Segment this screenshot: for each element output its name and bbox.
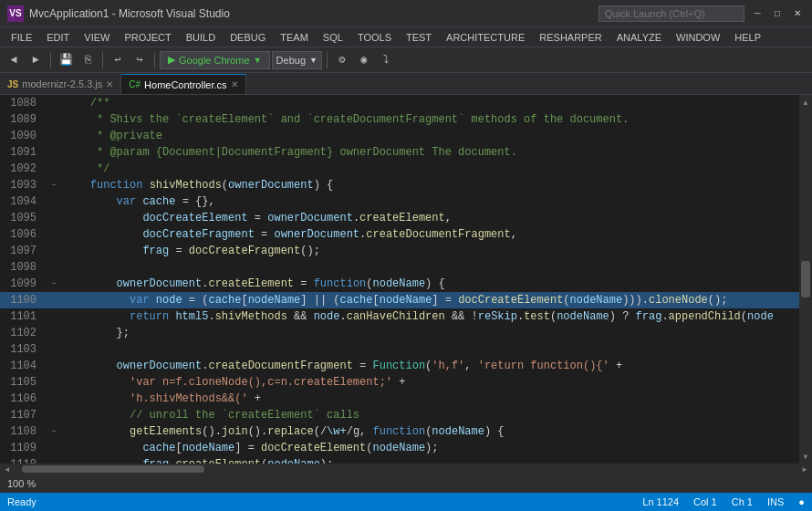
code-line-1104: 1104 ownerDocument.createDocumentFragmen… bbox=[0, 358, 799, 374]
code-content: docCreateElement = ownerDocument.createE… bbox=[60, 210, 799, 226]
line-number: 1101 bbox=[0, 310, 47, 323]
code-line-1096: 1096 docCreateFragment = ownerDocument.c… bbox=[0, 226, 799, 243]
line-number: 1102 bbox=[0, 327, 47, 339]
menu-architecture[interactable]: ARCHITECTURE bbox=[439, 27, 532, 47]
run-button[interactable]: ▶ Google Chrome ▼ bbox=[160, 51, 270, 69]
code-area[interactable]: 1088 /**1089 * Shivs the `createElement`… bbox=[0, 95, 799, 464]
line-number: 1091 bbox=[0, 146, 47, 159]
collapse-button[interactable]: − bbox=[47, 427, 60, 436]
save-all-button[interactable]: ⎘ bbox=[78, 50, 98, 70]
code-line-1098: 1098 bbox=[0, 259, 799, 276]
line-number: 1103 bbox=[0, 343, 47, 356]
code-content: // unroll the `createElement` calls bbox=[60, 407, 799, 423]
close-button[interactable]: ✕ bbox=[790, 6, 805, 21]
line-number: 1090 bbox=[0, 130, 47, 142]
collapse-button[interactable]: − bbox=[47, 279, 60, 288]
menu-bar: FILE EDIT VIEW PROJECT BUILD DEBUG TEAM … bbox=[0, 27, 812, 47]
search-area[interactable]: ─ □ ✕ bbox=[599, 5, 805, 22]
menu-edit[interactable]: EDIT bbox=[39, 27, 77, 47]
menu-resharper[interactable]: RESHARPER bbox=[532, 27, 609, 47]
h-scroll-thumb[interactable] bbox=[22, 465, 204, 473]
code-line-1094: 1094 var cache = {}, bbox=[0, 193, 799, 210]
status-col: Col 1 bbox=[693, 496, 717, 507]
tab-modernizr-label: modernizr-2.5.3.js bbox=[22, 78, 102, 89]
toolbar: ◄ ► 💾 ⎘ ↩ ↪ ▶ Google Chrome ▼ Debug ▼ ⚙ … bbox=[0, 47, 812, 73]
code-content: }; bbox=[60, 325, 799, 341]
collapse-button[interactable]: − bbox=[47, 181, 60, 190]
menu-sql[interactable]: SQL bbox=[316, 27, 350, 47]
menu-project[interactable]: PROJECT bbox=[117, 27, 178, 47]
code-line-1089: 1089 * Shivs the `createElement` and `cr… bbox=[0, 111, 799, 128]
status-ready: Ready bbox=[7, 496, 36, 507]
code-content: * Shivs the `createElement` and `createD… bbox=[60, 111, 799, 128]
code-line-1108: 1108− getElements().join().replace(/\w+/… bbox=[0, 423, 799, 440]
menu-file[interactable]: FILE bbox=[4, 27, 39, 47]
horizontal-scrollbar[interactable]: ◄ ► bbox=[0, 464, 812, 474]
scroll-right-button[interactable]: ► bbox=[799, 464, 810, 474]
tabs-bar: JS modernizr-2.5.3.js ✕ C# HomeControlle… bbox=[0, 73, 812, 95]
line-number: 1093 bbox=[0, 179, 47, 192]
line-number: 1108 bbox=[0, 425, 47, 438]
scroll-rail[interactable]: ▲ ▼ bbox=[799, 95, 812, 464]
toolbar-sep-1 bbox=[50, 52, 51, 68]
menu-debug[interactable]: DEBUG bbox=[223, 27, 273, 47]
code-content: getElements().join().replace(/\w+/g, fun… bbox=[60, 423, 799, 440]
breakpoint-button[interactable]: ◉ bbox=[354, 50, 374, 70]
code-line-1110: 1110 frag.createElement(nodeName); bbox=[0, 456, 799, 464]
toolbar-sep-4 bbox=[327, 52, 328, 68]
undo-button[interactable]: ↩ bbox=[108, 50, 128, 70]
zoom-level: 100 % bbox=[7, 478, 36, 489]
code-content: * @private bbox=[60, 128, 799, 144]
save-button[interactable]: 💾 bbox=[56, 50, 76, 70]
status-bar: Ready Ln 1124 Col 1 Ch 1 INS ● bbox=[0, 493, 812, 511]
line-number: 1097 bbox=[0, 245, 47, 257]
run-label: Google Chrome bbox=[179, 55, 250, 66]
maximize-button[interactable]: □ bbox=[770, 6, 785, 21]
status-dot-icon: ● bbox=[798, 496, 805, 507]
menu-build[interactable]: BUILD bbox=[179, 27, 223, 47]
back-button[interactable]: ◄ bbox=[4, 50, 24, 70]
tab-homecontroller-label: HomeController.cs bbox=[144, 79, 226, 90]
tab-homecontroller-close[interactable]: ✕ bbox=[231, 79, 238, 89]
debug-mode-dropdown[interactable]: Debug ▼ bbox=[272, 51, 322, 69]
cs-file-icon: C# bbox=[129, 79, 141, 89]
line-number: 1095 bbox=[0, 212, 47, 224]
code-content: ownerDocument.createDocumentFragment = F… bbox=[60, 358, 799, 374]
title-bar: VS MvcApplication1 - Microsoft Visual St… bbox=[0, 0, 812, 27]
menu-test[interactable]: TEST bbox=[399, 27, 439, 47]
code-content: frag.createElement(nodeName); bbox=[60, 456, 799, 464]
toolbar-sep-3 bbox=[154, 52, 155, 68]
code-line-1106: 1106 'h.shivMethods&&(' + bbox=[0, 391, 799, 407]
status-right: Ln 1124 Col 1 Ch 1 INS ● bbox=[642, 496, 805, 507]
zoom-bar: 100 % bbox=[0, 474, 812, 493]
attach-button[interactable]: ⚙ bbox=[332, 50, 352, 70]
app-title: MvcApplication1 - Microsoft Visual Studi… bbox=[29, 7, 230, 20]
step-over-button[interactable]: ⤵ bbox=[376, 50, 396, 70]
code-content: return html5.shivMethods && node.canHave… bbox=[60, 308, 799, 325]
tab-modernizr[interactable]: JS modernizr-2.5.3.js ✕ bbox=[0, 74, 121, 94]
menu-help[interactable]: HELP bbox=[727, 27, 768, 47]
code-line-1092: 1092 */ bbox=[0, 161, 799, 177]
menu-view[interactable]: VIEW bbox=[77, 27, 117, 47]
redo-button[interactable]: ↪ bbox=[130, 50, 150, 70]
tab-modernizr-close[interactable]: ✕ bbox=[106, 79, 113, 89]
menu-analyze[interactable]: ANALYZE bbox=[609, 27, 669, 47]
code-line-1109: 1109 cache[nodeName] = docCreateElement(… bbox=[0, 440, 799, 456]
menu-team[interactable]: TEAM bbox=[273, 27, 316, 47]
scroll-thumb[interactable] bbox=[801, 261, 810, 297]
line-number: 1105 bbox=[0, 376, 47, 389]
forward-button[interactable]: ► bbox=[26, 50, 46, 70]
scroll-down-button[interactable]: ▼ bbox=[800, 451, 811, 462]
tab-homecontroller[interactable]: C# HomeController.cs ✕ bbox=[121, 74, 245, 94]
line-number: 1109 bbox=[0, 442, 47, 454]
menu-tools[interactable]: TOOLS bbox=[350, 27, 399, 47]
scroll-up-button[interactable]: ▲ bbox=[800, 97, 811, 108]
quick-launch-input[interactable] bbox=[599, 5, 744, 22]
minimize-button[interactable]: ─ bbox=[750, 6, 765, 21]
line-number: 1096 bbox=[0, 228, 47, 241]
menu-window[interactable]: WINDOW bbox=[669, 27, 727, 47]
scroll-left-button[interactable]: ◄ bbox=[2, 464, 13, 474]
toolbar-sep-2 bbox=[102, 52, 103, 68]
code-line-1093: 1093− function shivMethods(ownerDocument… bbox=[0, 177, 799, 193]
code-line-1097: 1097 frag = docCreateFragment(); bbox=[0, 243, 799, 259]
